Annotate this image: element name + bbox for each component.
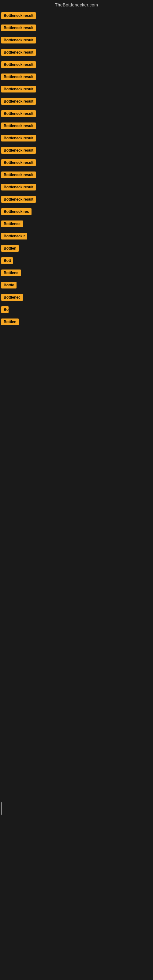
- page-wrapper: TheBottlenecker.com Bottleneck resultBot…: [0, 0, 153, 328]
- bottleneck-badge[interactable]: Bottleneck result: [1, 159, 36, 166]
- bottleneck-badge[interactable]: Bottleneck result: [1, 24, 36, 31]
- bottleneck-row: Bo: [0, 304, 153, 315]
- bottleneck-badge[interactable]: Bottle: [1, 282, 16, 288]
- bottleneck-row: Bottlene: [0, 267, 153, 279]
- bottleneck-badge[interactable]: Bottleneck r: [1, 233, 27, 240]
- bottleneck-row: Bottleneck result: [0, 120, 153, 132]
- bottleneck-row: Bottleneck result: [0, 59, 153, 70]
- items-container: Bottleneck resultBottleneck resultBottle…: [0, 10, 153, 328]
- bottleneck-row: Bottleneck res: [0, 206, 153, 218]
- bottleneck-row: Bottlenec: [0, 291, 153, 303]
- bottleneck-row: Bottleneck result: [0, 34, 153, 46]
- bottleneck-row: Bottleneck result: [0, 132, 153, 144]
- bottleneck-badge[interactable]: Bottleneck result: [1, 172, 36, 178]
- bottleneck-row: Bottleneck result: [0, 169, 153, 181]
- bottleneck-badge[interactable]: Bottlenec: [1, 221, 23, 227]
- bottleneck-badge[interactable]: Bottleneck result: [1, 135, 36, 142]
- bottleneck-row: Bottle: [0, 279, 153, 291]
- cursor-indicator: [1, 802, 2, 815]
- bottleneck-badge[interactable]: Bottlene: [1, 269, 21, 276]
- bottleneck-row: Bottleneck result: [0, 95, 153, 107]
- bottleneck-badge[interactable]: Bottleneck result: [1, 49, 36, 56]
- bottleneck-row: Bottlen: [0, 243, 153, 254]
- bottleneck-badge[interactable]: Bottlen: [1, 245, 19, 252]
- bottleneck-badge[interactable]: Bottleneck result: [1, 86, 36, 92]
- bottleneck-badge[interactable]: Bottleneck result: [1, 110, 36, 117]
- bottleneck-badge[interactable]: Bottleneck result: [1, 12, 36, 19]
- bottleneck-badge[interactable]: Bottleneck result: [1, 61, 36, 68]
- bottleneck-row: Bottleneck result: [0, 181, 153, 193]
- bottleneck-badge[interactable]: Bottleneck result: [1, 73, 36, 80]
- bottleneck-row: Bottleneck result: [0, 157, 153, 169]
- bottleneck-badge[interactable]: Bottleneck result: [1, 196, 36, 203]
- bottleneck-row: Bottleneck result: [0, 22, 153, 34]
- bottleneck-badge[interactable]: Bottleneck result: [1, 123, 36, 129]
- bottleneck-badge[interactable]: Bottleneck result: [1, 98, 36, 105]
- bottleneck-badge[interactable]: Bottlenec: [1, 294, 23, 301]
- bottleneck-row: Bottleneck result: [0, 194, 153, 205]
- bottleneck-badge[interactable]: Bottleneck result: [1, 184, 36, 191]
- bottleneck-row: Bottleneck result: [0, 46, 153, 58]
- site-title: TheBottlenecker.com: [0, 0, 153, 9]
- bottleneck-row: Bottleneck r: [0, 230, 153, 242]
- bottleneck-badge[interactable]: Bottleneck result: [1, 37, 36, 43]
- bottleneck-row: Bottleneck result: [0, 10, 153, 21]
- bottleneck-badge[interactable]: Bottlen: [1, 318, 19, 325]
- bottleneck-badge[interactable]: Bottleneck result: [1, 147, 36, 154]
- bottleneck-badge[interactable]: Bott: [1, 257, 13, 264]
- bottleneck-row: Bottleneck result: [0, 145, 153, 156]
- bottleneck-badge[interactable]: Bo: [1, 306, 9, 313]
- bottleneck-badge[interactable]: Bottleneck res: [1, 208, 32, 215]
- bottleneck-row: Bottleneck result: [0, 108, 153, 119]
- bottleneck-row: Bottleneck result: [0, 83, 153, 95]
- bottleneck-row: Bott: [0, 255, 153, 266]
- bottleneck-row: Bottlenec: [0, 218, 153, 230]
- bottleneck-row: Bottleneck result: [0, 71, 153, 83]
- bottleneck-row: Bottlen: [0, 316, 153, 328]
